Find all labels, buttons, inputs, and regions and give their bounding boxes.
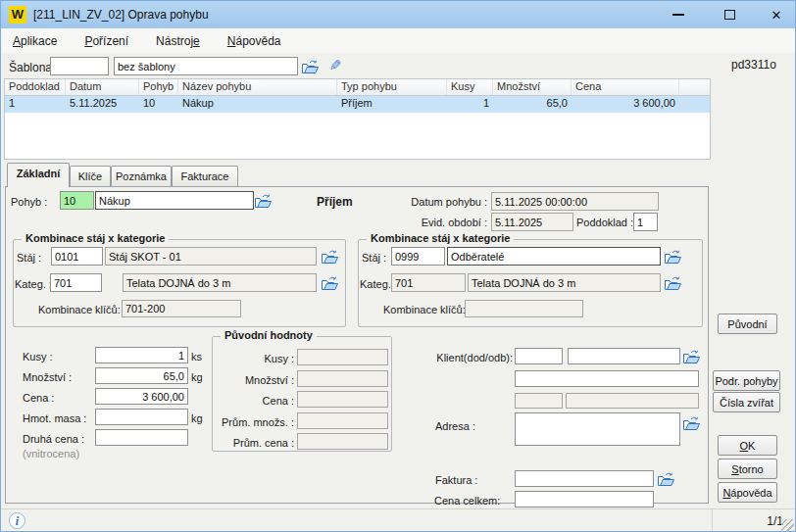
table-row-selected[interactable]: 1 5.11.2025 10 Nákup Příjem 1 65,0 3 600… [5,96,710,113]
col-pohyb[interactable]: Pohyb [139,79,178,95]
cell-pohyb: 10 [139,96,178,113]
poddoklad-label: Poddoklad : [576,217,633,228]
menu-bar: Aplikace Pořízení Nástroje Nápověda [1,28,795,53]
orig-mnozstvi-field [297,370,388,387]
col-cena[interactable]: Cena [572,79,679,95]
datum-pohybu-field [491,192,659,211]
resize-grip[interactable] [781,519,794,532]
sablona-open-button[interactable] [301,58,321,74]
kateg-right-code-field [391,273,466,292]
folder-open-icon [664,275,682,291]
sablona-edit-button[interactable]: ✎ [325,57,345,73]
staj-right-name-input[interactable] [447,247,661,266]
tab-klice[interactable]: Klíče [70,166,111,187]
direction-label: Příjem [317,195,353,209]
kusy-label: Kusy : [23,351,53,363]
tab-poznamka[interactable]: Poznámka [111,166,172,187]
tab-fakturace[interactable]: Fakturace [172,166,238,187]
menu-porizeni[interactable]: Pořízení [75,30,138,52]
pohyb-name-input[interactable] [95,191,254,210]
menu-nastroje[interactable]: Nástroje [146,30,210,52]
druha-cena-label: Druhá cena : [23,433,84,445]
klient-name2-input[interactable] [515,370,699,387]
adresa-textarea[interactable] [515,412,680,446]
klient-open-button[interactable] [682,348,702,364]
cell-cena: 3 600,00 [572,96,679,113]
tab-zakladni[interactable]: Základní [7,163,70,187]
folder-open-icon [301,59,320,74]
folder-open-icon [321,275,339,291]
evid-obdobi-label: Evid. období : [389,217,487,228]
klient-name-input[interactable] [568,348,680,364]
komb-left-label: Kombinace klíčů: [38,304,121,315]
info-icon: i [9,512,25,529]
maximize-button[interactable] [715,1,744,28]
menu-napoveda[interactable]: Nápověda [218,30,291,52]
menu-aplikace[interactable]: Aplikace [3,30,67,52]
col-poddoklad[interactable]: Poddoklad [5,79,66,95]
evid-obdobi-field [491,213,573,231]
orig-cena-field [297,391,388,408]
sablona-code-input[interactable] [50,57,109,75]
orig-kusy-field [297,349,388,365]
orig-prum-mnozs-label: Prům. množs. : [216,416,294,428]
status-bar: i 1/1 [1,508,795,532]
puvodni-button[interactable]: Původní [718,314,777,334]
cena-celkem-input[interactable] [515,491,654,508]
kusy-input[interactable] [95,347,188,363]
form-code-label: pd3311o [731,58,776,72]
klient-extra1-field [515,393,563,409]
kateg-right-name-field [468,273,661,292]
group-puvodni-title: Původní hodnoty [221,329,317,341]
kateg-left-code-input[interactable] [50,273,102,292]
datum-pohybu-label: Datum pohybu : [389,196,487,208]
page-indicator: 1/1 [746,514,783,528]
staj-right-code-input[interactable] [391,247,445,266]
druha-cena-input[interactable] [95,429,188,446]
staj-left-label: Stáj : [17,252,41,264]
sablona-name-input[interactable] [114,57,298,75]
col-nazev-pohybu[interactable]: Název pohybu [178,79,337,95]
pohyb-open-button[interactable] [254,192,274,209]
klient-extra2-field [566,393,699,409]
cell-mnozstvi: 65,0 [493,96,572,113]
klient-code-input[interactable] [515,348,563,364]
kateg-left-open-button[interactable] [321,274,340,291]
col-typ-pohybu[interactable]: Typ pohybu [337,79,447,95]
staj-right-open-button[interactable] [664,248,683,265]
pencil-icon: ✎ [329,58,342,73]
orig-kusy-label: Kusy : [216,353,294,364]
poddoklad-input[interactable] [633,213,658,231]
folder-open-icon [657,471,675,487]
adresa-open-button[interactable] [682,414,702,431]
pohyb-code-input[interactable] [60,191,94,210]
cisla-zvirat-button[interactable]: Čísla zvířat [713,392,780,412]
minimize-button[interactable] [664,1,693,28]
folder-open-icon [664,249,682,265]
col-mnozstvi[interactable]: Množství [493,79,572,95]
cena-label: Cena : [23,392,54,404]
mnozstvi-input[interactable] [95,367,188,384]
hmot-masa-input[interactable] [95,409,188,425]
kateg-right-open-button[interactable] [664,274,683,291]
napoveda-button[interactable]: Nápověda [718,482,777,503]
cena-celkem-label: Cena celkem: [434,495,500,507]
vnitrocena-note: (vnitrocena) [23,448,79,459]
staj-left-code-input[interactable] [51,247,103,266]
cell-typ-pohybu: Příjem [337,96,447,113]
staj-left-open-button[interactable] [321,248,340,265]
col-datum[interactable]: Datum [66,79,139,95]
faktura-input[interactable] [515,470,654,487]
close-button[interactable]: ✕ [762,1,791,28]
klient-label: Klient(dod/odb): [424,352,513,363]
orig-cena-label: Cena : [216,395,294,407]
col-kusy[interactable]: Kusy [447,79,493,95]
staj-left-name-field [105,247,317,266]
window-title: [211_LIN_ZV_02] Oprava pohybu [33,1,209,28]
faktura-open-button[interactable] [657,470,676,487]
podr-pohyby-button[interactable]: Podr. pohyby [713,370,780,391]
cena-input[interactable] [95,388,188,405]
storno-button[interactable]: Storno [718,459,777,479]
ok-button[interactable]: OK [718,435,777,456]
cell-datum: 5.11.2025 [66,96,139,113]
